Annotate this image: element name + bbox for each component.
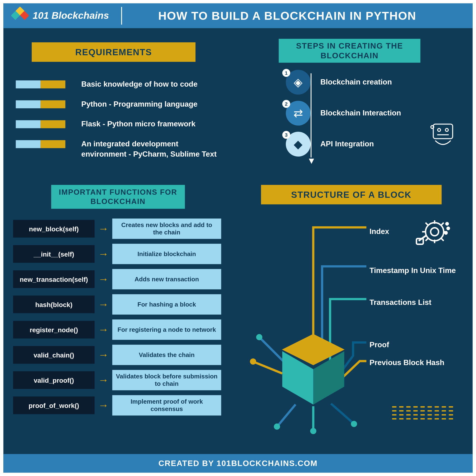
svg-point-11 (250, 358, 256, 365)
page-title: HOW TO BUILD A BLOCKCHAIN IN PYTHON (129, 9, 473, 23)
footer: CREATED BY 101BLOCKCHAINS.COM (3, 454, 473, 473)
arrow-icon: → (95, 323, 112, 336)
function-name: proof_of_work() (13, 396, 95, 414)
structure-item: Timestamp In Unix Time (370, 266, 456, 275)
function-row: valid_chain()→Validates the chain (13, 345, 223, 365)
function-row: new_transaction(self)→Adds new transacti… (13, 269, 223, 289)
function-desc: Validates block before submission to cha… (112, 370, 221, 390)
functions-list: new_block(self)→Creates new blocks and a… (13, 219, 223, 420)
logo-text: 101 Blockchains (33, 10, 109, 21)
structure-item: Index (370, 227, 456, 236)
structure-title: STRUCTURE OF A BLOCK (261, 185, 442, 204)
arrow-icon: → (95, 349, 112, 361)
arrow-icon: → (95, 374, 112, 386)
svg-point-1 (438, 129, 441, 131)
arrow-icon: → (95, 273, 112, 285)
step-number: 1 (282, 69, 290, 77)
svg-point-2 (445, 129, 448, 131)
functions-title: IMPORTANT FUNCTIONS FOR BLOCKCHAIN (51, 185, 185, 209)
function-row: __init__(self)→Initialize blockchain (13, 244, 223, 264)
steps-title: STEPS IN CREATING THE BLOCKCHAIN (279, 39, 420, 63)
arrow-icon: → (95, 248, 112, 260)
arrow-icon: → (95, 298, 112, 311)
requirement-text: Basic knowledge of how to code (81, 80, 198, 90)
arrow-icon: → (95, 399, 112, 411)
function-desc: Validates the chain (112, 345, 221, 365)
function-desc: Initialize blockchain (112, 244, 221, 264)
svg-point-12 (274, 424, 280, 430)
structure-item: Proof (370, 341, 456, 350)
arrow-icon: → (95, 222, 112, 235)
structure-items: Index Timestamp In Unix Time Transaction… (370, 227, 456, 367)
function-desc: Adds new transaction (112, 269, 221, 289)
step-number: 3 (282, 131, 290, 139)
bar-icon (16, 81, 65, 88)
function-name: __init__(self) (13, 245, 95, 263)
requirement-text: An integrated development environment - … (81, 139, 220, 159)
bar-icon (16, 100, 65, 108)
function-row: proof_of_work()→Implement proof of work … (13, 395, 223, 416)
divider (121, 7, 122, 24)
header: 101 Blockchains HOW TO BUILD A BLOCKCHAI… (3, 3, 473, 28)
logo: 101 Blockchains (3, 3, 115, 28)
function-name: valid_proof() (13, 371, 95, 389)
requirement-text: Flask - Python micro framework (81, 119, 196, 130)
step-item: 1 ◈ Blockchain creation (255, 70, 459, 95)
robot-icon (427, 120, 459, 151)
function-desc: For registering a node to network (112, 319, 221, 340)
requirement-text: Python - Programming language (81, 100, 198, 110)
function-name: new_block(self) (13, 220, 95, 238)
requirement-item: An integrated development environment - … (16, 139, 220, 159)
structure-item: Previous Block Hash (370, 358, 456, 367)
function-name: register_node() (13, 321, 95, 339)
function-desc: Creates new blocks and add to the chain (112, 219, 221, 239)
svg-point-14 (351, 421, 357, 427)
infographic: 101 Blockchains HOW TO BUILD A BLOCKCHAI… (3, 3, 473, 473)
block-cube-icon (282, 338, 344, 400)
requirement-item: Flask - Python micro framework (16, 119, 220, 130)
function-row: new_block(self)→Creates new blocks and a… (13, 219, 223, 239)
bar-icon (16, 120, 65, 128)
requirement-item: Basic knowledge of how to code (16, 80, 220, 90)
requirements-title: REQUIREMENTS (32, 42, 195, 62)
function-name: valid_chain() (13, 346, 95, 364)
svg-point-3 (431, 126, 434, 129)
function-row: register_node()→For registering a node t… (13, 319, 223, 340)
block-structure: Index Timestamp In Unix Time Transaction… (238, 214, 464, 436)
function-desc: For hashing a block (112, 294, 221, 315)
step-label: API Integration (320, 140, 374, 149)
logo-icon (12, 8, 28, 24)
step-label: Blockchain Interaction (320, 109, 401, 118)
function-row: valid_proof()→Validates block before sub… (13, 370, 223, 390)
function-desc: Implement proof of work consensus (112, 395, 221, 416)
bar-icon (16, 140, 65, 148)
function-name: new_transaction(self) (13, 270, 95, 288)
requirement-item: Python - Programming language (16, 100, 220, 110)
svg-point-13 (310, 428, 316, 434)
dots-decoration (392, 406, 459, 422)
function-name: hash(block) (13, 296, 95, 313)
structure-item: Transactions List (370, 298, 456, 307)
function-row: hash(block)→For hashing a block (13, 294, 223, 315)
step-number: 2 (282, 100, 290, 108)
requirements-list: Basic knowledge of how to code Python - … (16, 80, 220, 169)
svg-point-10 (256, 334, 262, 340)
svg-rect-0 (433, 124, 452, 139)
step-label: Blockchain creation (320, 78, 392, 87)
